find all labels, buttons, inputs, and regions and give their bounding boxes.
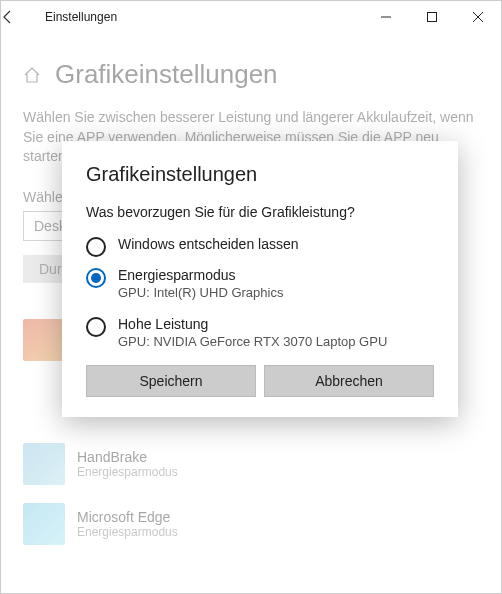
app-name: Microsoft Edge bbox=[77, 509, 178, 525]
radio-icon bbox=[86, 237, 106, 257]
list-item[interactable]: HandBrake Energiesparmodus bbox=[23, 439, 479, 489]
cancel-button[interactable]: Abbrechen bbox=[264, 365, 434, 397]
option-let-windows-decide[interactable]: Windows entscheiden lassen bbox=[86, 236, 434, 257]
dialog-title: Grafikeinstellungen bbox=[86, 163, 434, 186]
maximize-button[interactable] bbox=[409, 1, 455, 33]
list-item[interactable]: Microsoft Edge Energiesparmodus bbox=[23, 499, 479, 549]
app-icon bbox=[23, 319, 65, 361]
close-button[interactable] bbox=[455, 1, 501, 33]
option-power-saving[interactable]: Energiesparmodus GPU: Intel(R) UHD Graph… bbox=[86, 267, 434, 300]
option-label: Energiesparmodus bbox=[118, 267, 434, 283]
option-label: Hohe Leistung bbox=[118, 316, 434, 332]
minimize-button[interactable] bbox=[363, 1, 409, 33]
graphics-preference-dialog: Grafikeinstellungen Was bevorzugen Sie f… bbox=[62, 141, 458, 417]
home-icon[interactable] bbox=[23, 66, 41, 84]
app-name: HandBrake bbox=[77, 449, 178, 465]
back-button[interactable] bbox=[1, 10, 45, 24]
radio-icon bbox=[86, 317, 106, 337]
option-high-performance[interactable]: Hohe Leistung GPU: NVIDIA GeForce RTX 30… bbox=[86, 316, 434, 349]
app-icon bbox=[23, 503, 65, 545]
window-title: Einstellungen bbox=[45, 10, 363, 24]
option-label: Windows entscheiden lassen bbox=[118, 236, 434, 252]
title-bar: Einstellungen bbox=[1, 1, 501, 33]
radio-icon bbox=[86, 268, 106, 288]
save-button[interactable]: Speichern bbox=[86, 365, 256, 397]
page-title: Grafikeinstellungen bbox=[55, 59, 278, 90]
app-preference: Energiesparmodus bbox=[77, 465, 178, 479]
app-icon bbox=[23, 443, 65, 485]
svg-rect-0 bbox=[428, 13, 437, 22]
app-preference: Energiesparmodus bbox=[77, 525, 178, 539]
dialog-question: Was bevorzugen Sie für die Grafikleistun… bbox=[86, 204, 434, 220]
option-gpu: GPU: NVIDIA GeForce RTX 3070 Laptop GPU bbox=[118, 334, 434, 349]
option-gpu: GPU: Intel(R) UHD Graphics bbox=[118, 285, 434, 300]
